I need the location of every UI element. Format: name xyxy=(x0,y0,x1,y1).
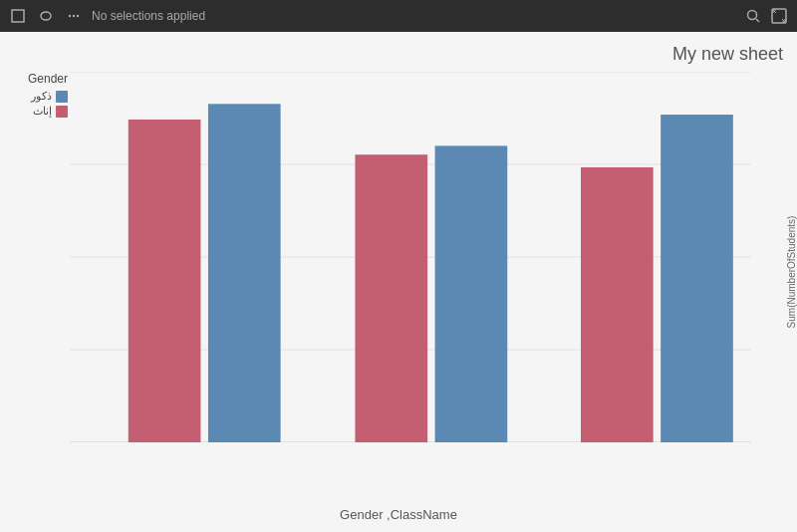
bar-g2-male[interactable] xyxy=(435,145,508,442)
svg-rect-0 xyxy=(12,10,24,22)
toolbar: No selections applied xyxy=(0,0,797,32)
bar-g3-male[interactable] xyxy=(661,115,733,442)
chart-container: Gender ذكور إناث 30M 20M 10M 0 xyxy=(10,72,787,472)
bar-g1-female[interactable] xyxy=(129,120,201,442)
svg-line-6 xyxy=(756,19,759,22)
legend-label-female: إناث xyxy=(33,105,52,118)
bar-g1-male[interactable] xyxy=(208,104,281,442)
svg-point-1 xyxy=(41,12,51,20)
bar-chart-svg: 30M 20M 10M 0 الصف الثالث الابتدائي الصف… xyxy=(70,72,751,442)
toolbar-right xyxy=(743,6,789,26)
lasso-icon[interactable] xyxy=(36,6,56,26)
svg-point-3 xyxy=(73,15,75,17)
legend-color-male xyxy=(56,91,68,103)
svg-point-4 xyxy=(77,15,79,17)
bar-g3-female[interactable] xyxy=(581,167,654,442)
chart-legend: Gender ذكور إناث xyxy=(28,72,68,120)
y-axis-label: Sum(NumberOfStudents) xyxy=(786,216,797,329)
main-area: My new sheet Gender ذكور إناث 30M 20 xyxy=(0,32,797,532)
x-axis-title: Gender ,ClassName xyxy=(340,507,457,522)
legend-label-male: ذكور xyxy=(31,90,52,103)
svg-point-5 xyxy=(748,11,757,20)
sheet-title: My new sheet xyxy=(672,44,783,65)
legend-item-female: إناث xyxy=(28,105,68,118)
expand-icon[interactable] xyxy=(769,6,789,26)
svg-point-2 xyxy=(69,15,71,17)
bar-g2-female[interactable] xyxy=(355,154,427,442)
search-icon[interactable] xyxy=(743,6,763,26)
legend-item-male: ذكور xyxy=(28,90,68,103)
options-icon[interactable] xyxy=(64,6,84,26)
legend-title: Gender xyxy=(28,72,68,86)
legend-color-female xyxy=(56,106,68,118)
selection-rect-icon[interactable] xyxy=(8,6,28,26)
selection-status: No selections applied xyxy=(92,9,735,23)
